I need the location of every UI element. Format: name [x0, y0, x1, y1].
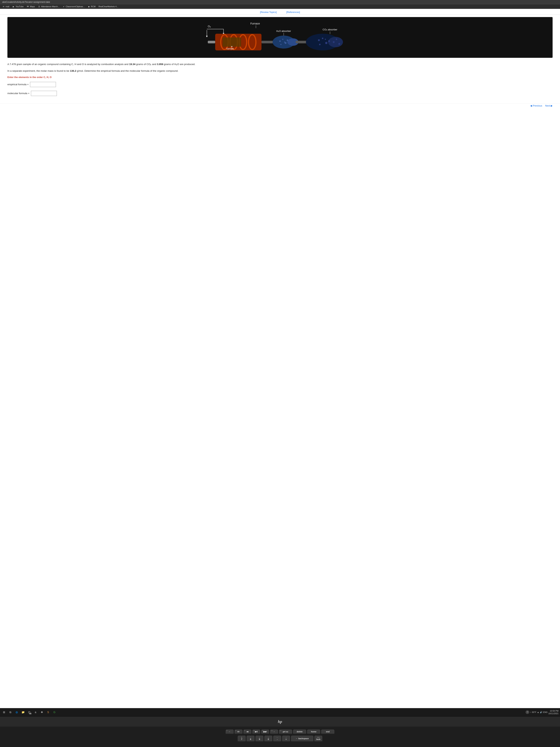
hp-logo: hp	[278, 719, 282, 724]
attendance-icon: ☰	[38, 5, 41, 8]
molecular-label: molecular formula =	[7, 91, 29, 96]
key-delete[interactable]: delete	[293, 729, 306, 734]
bookmarks-bar: ✉mail▶YouTube🗺Maps☰Attendance March...✔C…	[0, 4, 560, 9]
molecular-formula-input[interactable]	[31, 91, 57, 96]
bookmark-attendance[interactable]: ☰Attendance March...	[37, 5, 60, 8]
s-button[interactable]: S	[46, 710, 51, 715]
edge-icon: ◎	[16, 711, 18, 714]
taskview-button[interactable]: ⧉	[8, 710, 13, 715]
problem-text-1: A 7.478 gram sample of an organic compou…	[7, 62, 553, 66]
svg-point-31	[325, 42, 327, 44]
maps-label: Maps	[30, 5, 35, 7]
review-topics-link[interactable]: [Review Topics]	[259, 10, 278, 14]
temp-text: 60°F	[532, 711, 536, 713]
files-icon: 📁	[22, 711, 25, 714]
bookmark-classroom[interactable]: ✔ClassroomClipboar...	[62, 5, 85, 8]
wifi-icon: ▲	[537, 711, 539, 713]
svg-point-19	[282, 39, 283, 40]
keyboard-area: f7 ← f8 4+ f9 ⏮ f10 ▶II f11 ▶▶I f12 → in…	[0, 727, 560, 747]
molecular-formula-row: molecular formula =	[7, 91, 553, 96]
taskview-icon: ⧉	[9, 711, 11, 714]
svg-rect-12	[222, 37, 241, 47]
key-prtsc[interactable]: ins prt sc	[279, 729, 292, 734]
key-plus[interactable]: + =	[282, 736, 290, 742]
help-icon[interactable]: ?	[526, 710, 529, 714]
key-backspace[interactable]: ← backspace	[291, 736, 313, 742]
address-bar[interactable]: akeCovalentActivity.do?locator=assignmen…	[0, 0, 560, 4]
key-9[interactable]: ( 9	[256, 736, 263, 742]
previous-button[interactable]: ◀ Previous	[530, 104, 542, 107]
key-f10[interactable]: f10 ▶II	[252, 729, 260, 734]
time-text: 10:59 PM	[548, 710, 559, 712]
empirical-label: empirical formula =	[7, 82, 28, 86]
empirical-formula-input[interactable]	[30, 82, 56, 87]
browser-chrome: akeCovalentActivity.do?locator=assignmen…	[0, 0, 560, 9]
key-f11[interactable]: f11 ▶▶I	[261, 729, 269, 734]
store-button[interactable]: ⊡ 63	[27, 710, 32, 715]
svg-point-21	[281, 44, 282, 45]
maps-icon: 🗺	[26, 5, 29, 8]
store-badge: 63	[29, 713, 31, 714]
empirical-formula-row: empirical formula =	[7, 82, 553, 87]
svg-point-37	[338, 43, 340, 45]
diagram-container: O₂ Furnace	[7, 17, 553, 58]
key-f12[interactable]: f12 →	[270, 729, 278, 734]
mail-icon: ✉	[2, 5, 5, 8]
battery-icon: ○	[530, 711, 531, 713]
svg-text:Sample: Sample	[226, 47, 234, 50]
classroom-icon: ✔	[62, 5, 65, 8]
svg-point-28	[328, 37, 343, 47]
taskbar-time: 10:59 PM 10/11/2021	[548, 710, 559, 715]
bookmark-rcm[interactable]: ◆RCM	[87, 5, 96, 8]
navigation-row: ◀ Previous Next ▶	[0, 103, 560, 108]
youtube-icon: ▶	[12, 5, 15, 8]
svg-point-35	[333, 41, 335, 43]
bookmark-maps[interactable]: 🗺Maps	[26, 5, 35, 8]
hp-area: hp	[0, 716, 560, 727]
svg-point-29	[318, 39, 320, 41]
key-f8[interactable]: f8 4+	[235, 729, 242, 734]
page-container: [Review Topics] [References] O₂ Furna	[0, 9, 560, 108]
attendance-label: Attendance March...	[41, 5, 59, 7]
classroom-label: ClassroomClipboar...	[66, 5, 85, 7]
key-numlock[interactable]: num lock	[315, 736, 322, 742]
key-minus[interactable]: — -	[273, 736, 281, 742]
rcm-label: RCM	[91, 5, 96, 7]
svg-point-23	[284, 42, 285, 43]
date-text: 10/11/2021	[548, 712, 559, 715]
svg-point-33	[328, 40, 330, 42]
key-f7[interactable]: f7 ←	[226, 729, 234, 734]
key-7[interactable]: & 7	[238, 736, 245, 742]
a-icon: a	[35, 711, 36, 714]
bookmark-youtube[interactable]: ▶YouTube	[11, 5, 24, 8]
key-8[interactable]: * 8	[247, 736, 255, 742]
next-button[interactable]: Next ▶	[545, 104, 553, 107]
keyboard-row-numbers: & 7 * 8 ( 9 ) 0 — - + = ← backspace num …	[4, 736, 556, 742]
mail-label: mail	[5, 5, 9, 7]
key-end[interactable]: end	[321, 729, 334, 734]
problem-text-2: In a separate experiment, the molar mass…	[7, 69, 553, 73]
bookmark-mail[interactable]: ✉mail	[1, 5, 10, 8]
combustion-diagram: O₂ Furnace	[7, 17, 553, 58]
edge-button[interactable]: ◎	[14, 710, 19, 715]
address-text: akeCovalentActivity.do?locator=assignmen…	[2, 1, 50, 3]
a-button[interactable]: a	[33, 710, 38, 715]
extras-icon: ❖	[41, 711, 43, 714]
key-f9[interactable]: f9 ⏮	[243, 729, 251, 734]
realclear-label: RealClearMarkets 4...	[99, 5, 118, 7]
volume-icon: 🔊	[540, 711, 542, 714]
bookmark-realclear[interactable]: RealClearMarkets 4...	[98, 5, 119, 8]
key-home[interactable]: home	[307, 729, 320, 734]
rcm-icon: ◆	[87, 5, 90, 8]
g-button[interactable]: G	[52, 710, 57, 715]
start-icon: ⊞	[3, 711, 5, 714]
references-link[interactable]: [References]	[285, 10, 301, 14]
svg-point-34	[325, 39, 326, 40]
files-button[interactable]: 📁	[20, 710, 26, 715]
keyboard-row-fn: f7 ← f8 4+ f9 ⏮ f10 ▶II f11 ▶▶I f12 → in…	[4, 729, 556, 734]
key-0[interactable]: ) 0	[264, 736, 272, 742]
extras-button[interactable]: ❖	[39, 710, 45, 715]
start-button[interactable]: ⊞	[1, 710, 7, 715]
svg-point-36	[336, 38, 337, 40]
lang-text: ENG	[543, 711, 548, 713]
